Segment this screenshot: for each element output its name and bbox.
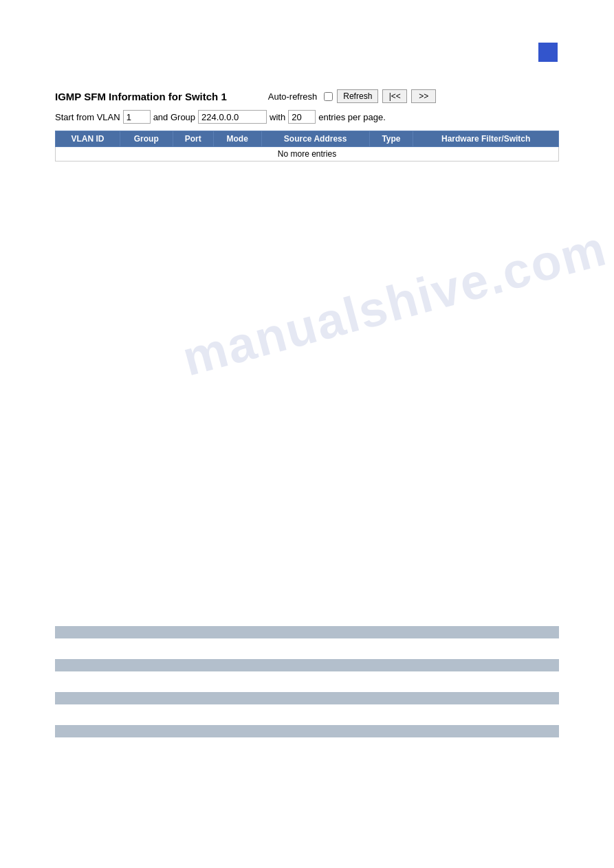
with-label: with <box>270 112 285 122</box>
next-page-button[interactable]: >> <box>411 89 436 103</box>
col-vlan-id: VLAN ID <box>56 131 120 147</box>
entries-per-page-label: entries per page. <box>318 112 386 122</box>
vlan-input[interactable] <box>123 110 151 124</box>
col-type: Type <box>369 131 413 147</box>
col-port: Port <box>173 131 213 147</box>
footer-bar-2 <box>55 659 559 671</box>
page-title: IGMP SFM Information for Switch 1 <box>55 91 227 102</box>
auto-refresh-checkbox[interactable] <box>324 92 333 101</box>
col-hardware-filter-switch: Hardware Filter/Switch <box>413 131 559 147</box>
and-group-label: and Group <box>153 112 195 122</box>
no-entries-message: No more entries <box>56 147 559 162</box>
footer-bar-4 <box>55 725 559 737</box>
auto-refresh-label: Auto-refresh <box>268 91 318 102</box>
table-header-row: VLAN ID Group Port Mode Source Address T… <box>56 131 559 147</box>
watermark: manualshive.com <box>176 219 612 386</box>
footer-bars <box>0 626 614 758</box>
sfm-info-table: VLAN ID Group Port Mode Source Address T… <box>55 131 559 162</box>
no-entries-row: No more entries <box>56 147 559 162</box>
col-mode: Mode <box>213 131 261 147</box>
col-source-address: Source Address <box>261 131 369 147</box>
group-input[interactable] <box>198 110 267 124</box>
footer-bar-1 <box>55 626 559 638</box>
footer-bar-3 <box>55 692 559 704</box>
col-group: Group <box>120 131 173 147</box>
prev-page-button[interactable]: |<< <box>382 89 407 103</box>
refresh-button[interactable]: Refresh <box>337 89 378 103</box>
entries-per-page-input[interactable] <box>288 110 316 124</box>
blue-square-indicator <box>538 43 558 62</box>
start-from-label: Start from VLAN <box>55 112 120 122</box>
